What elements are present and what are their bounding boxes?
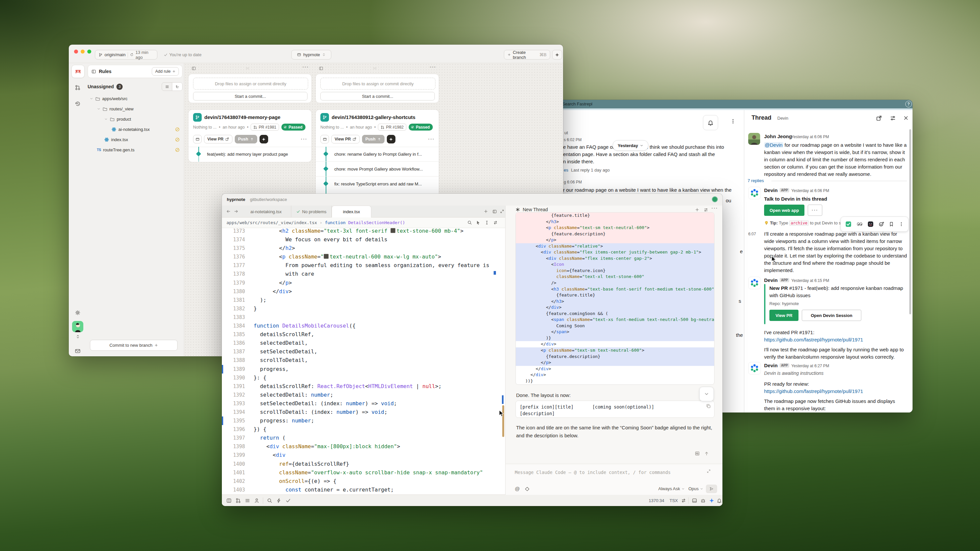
code-line[interactable]: progress: number;: [254, 416, 490, 425]
code-line[interactable]: const container = e.currentTarget;: [254, 486, 490, 494]
settings-button[interactable]: [72, 306, 84, 319]
search-icon[interactable]: [267, 498, 272, 503]
pr-chip[interactable]: PR #1982: [378, 124, 406, 130]
push-button[interactable]: Push: [362, 135, 385, 143]
actions-icon[interactable]: [276, 498, 282, 503]
message-input[interactable]: Message Claude Code — @ to include conte…: [506, 464, 722, 495]
create-branch-button[interactable]: Create branch ⌘B: [504, 50, 550, 59]
branch-menu-button[interactable]: ···: [301, 137, 307, 142]
slack-search-bar[interactable]: Search Fastrepl ?: [560, 100, 913, 108]
code-line[interactable]: <div className="max-[800px]:block hidden…: [254, 442, 490, 451]
close-window-button[interactable]: [74, 49, 78, 54]
hover-timestamp[interactable]: 6:07: [748, 232, 756, 236]
new-tab-icon[interactable]: [484, 209, 488, 214]
search-icon[interactable]: [467, 220, 472, 225]
review-button[interactable]: [193, 135, 202, 143]
tree-item-routes-view[interactable]: routes/_view: [88, 104, 183, 114]
tree-view-button[interactable]: [172, 83, 182, 91]
code-line[interactable]: We focus on every bit of details: [254, 235, 490, 244]
mention-chip[interactable]: @Devin: [764, 142, 783, 148]
minimize-window-button[interactable]: [81, 49, 84, 54]
popout-icon[interactable]: [876, 115, 882, 121]
text-cursor-icon[interactable]: [484, 220, 489, 225]
message-timestamp[interactable]: Yesterday at 6:06 PM: [791, 188, 829, 193]
code-line[interactable]: with care: [254, 270, 490, 278]
code-line[interactable]: <div: [254, 451, 490, 459]
code-line[interactable]: detailsScrollRef: React.RefObject<HTMLDi…: [254, 382, 490, 391]
tree-item-apps-web-src[interactable]: apps/web/src: [88, 94, 183, 104]
branch-icon[interactable]: [235, 498, 241, 503]
new-thread-icon[interactable]: [695, 208, 699, 212]
eyes-reaction-icon[interactable]: [856, 221, 863, 227]
tab-index-tsx[interactable]: index.tsx: [332, 206, 371, 218]
workspace-nav-button[interactable]: [72, 65, 84, 78]
branch-name[interactable]: devin/1764380912-gallery-shortcuts: [332, 114, 415, 120]
breadcrumb[interactable]: apps/web/src/routes/_view/index.tsx › fu…: [226, 220, 405, 225]
message-author[interactable]: Devin: [764, 363, 778, 368]
devin-avatar[interactable]: [748, 187, 761, 199]
devin-avatar[interactable]: [748, 362, 761, 375]
list-view-button[interactable]: [162, 83, 172, 91]
code-line[interactable]: <p className="text-neutral-600 max-w-lg …: [254, 252, 490, 261]
code-line[interactable]: }: [254, 305, 490, 313]
message-author[interactable]: Devin: [764, 187, 778, 193]
open-web-app-button[interactable]: Open web app: [764, 205, 805, 216]
code-line[interactable]: onScroll={(e) => {: [254, 477, 490, 486]
branches-nav-button[interactable]: [72, 81, 84, 94]
scroll-to-bottom-button[interactable]: [699, 387, 714, 401]
code-line[interactable]: <h2 className="text-3xl font-serif text-…: [254, 228, 490, 235]
feedback-button[interactable]: [72, 345, 84, 356]
cursor-position[interactable]: 1370:34: [649, 498, 664, 503]
code-line[interactable]: );: [254, 296, 490, 305]
ai-commit-button[interactable]: [259, 135, 268, 143]
lane-drag-handle[interactable]: [244, 67, 251, 70]
outline-icon[interactable]: [245, 498, 250, 503]
view-pr-button[interactable]: View PR: [769, 310, 799, 321]
ci-status-badge[interactable]: Passed: [409, 124, 433, 130]
lane-collapse-icon[interactable]: [191, 66, 196, 71]
date-divider-pill[interactable]: Yesterday: [612, 140, 648, 151]
ai-actions-button[interactable]: [552, 50, 562, 59]
message-timestamp[interactable]: Yesterday at 6:06 PM: [791, 135, 829, 139]
ai-commit-button[interactable]: [387, 135, 395, 143]
project-switcher-button[interactable]: hyprnote: [291, 50, 331, 59]
copy-icon[interactable]: [706, 403, 711, 408]
pr-link[interactable]: https://github.com/fastrepl/hyprnote/pul…: [764, 388, 863, 395]
code-line[interactable]: </div>: [254, 287, 490, 296]
lane-drag-handle[interactable]: [371, 67, 378, 70]
thread-settings-icon[interactable]: [890, 115, 896, 121]
commit-row[interactable]: feat(web): add memory layer product page: [188, 147, 312, 161]
pointer-icon[interactable]: [476, 220, 481, 225]
drop-files-zone[interactable]: Drop files to assign or commit directly: [320, 78, 436, 90]
branch-name[interactable]: devin/1764380749-memory-page: [204, 114, 280, 120]
code-line[interactable]: return (: [254, 433, 490, 442]
start-commit-button[interactable]: Start a commit...: [320, 92, 435, 100]
bookmark-icon[interactable]: [889, 221, 894, 227]
code-line[interactable]: selectedDetail,: [254, 339, 490, 348]
collapse-rail-button[interactable]: [72, 333, 84, 340]
code-line[interactable]: </h2>: [254, 244, 490, 252]
devin-avatar[interactable]: [748, 277, 761, 289]
custom-emoji-icon[interactable]: [867, 221, 874, 227]
code-line[interactable]: function DetailsMobileCarousel({: [254, 322, 490, 330]
avatar[interactable]: [748, 133, 760, 145]
message-author[interactable]: John Jeong: [764, 133, 792, 139]
ai-sparkle-icon[interactable]: [709, 498, 714, 503]
zoom-window-button[interactable]: [87, 49, 91, 54]
message-timestamp[interactable]: Yesterday at 6:27 PM: [791, 364, 829, 368]
thread-scrollbar[interactable]: [909, 129, 911, 314]
tree-item-routetree-gen-ts[interactable]: TSrouteTree.gen.ts: [88, 145, 183, 155]
diff-icon[interactable]: [493, 220, 498, 225]
user-icon[interactable]: [254, 498, 259, 503]
pr-title[interactable]: #1971 - feat(web): add responsive kanban…: [769, 285, 903, 298]
expand-editor-icon[interactable]: [500, 209, 504, 214]
code-line[interactable]: </p>: [254, 279, 490, 287]
code-line[interactable]: selectedDetail: number;: [254, 391, 490, 399]
code-line[interactable]: ref={detailsScrollRef}: [254, 460, 490, 468]
open-devin-session-button[interactable]: Open Devin Session: [802, 310, 861, 321]
more-actions-button[interactable]: ···: [808, 205, 822, 216]
replies-count[interactable]: 7 replies: [748, 178, 764, 183]
close-icon[interactable]: [903, 115, 909, 121]
review-button[interactable]: [320, 135, 329, 143]
pr-link[interactable]: https://github.com/fastrepl/hyprnote/pul…: [764, 336, 863, 343]
